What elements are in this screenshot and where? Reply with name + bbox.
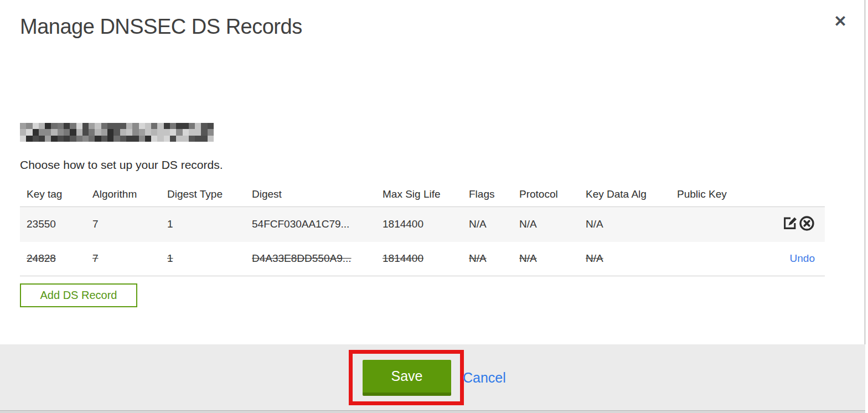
col-digest: Digest bbox=[245, 183, 376, 206]
close-button[interactable]: ✕ bbox=[829, 10, 851, 32]
cell-max-sig-life: 1814400 bbox=[376, 206, 462, 242]
instruction-text: Choose how to set up your DS records. bbox=[20, 158, 223, 172]
row-actions bbox=[755, 206, 825, 242]
cell-public-key bbox=[670, 242, 755, 276]
cell-flags: N/A bbox=[462, 242, 513, 276]
col-algorithm: Algorithm bbox=[86, 183, 161, 206]
row-actions: Undo bbox=[755, 242, 825, 276]
redacted-domain bbox=[20, 123, 214, 142]
delete-record-button[interactable] bbox=[799, 215, 815, 231]
edit-record-button[interactable] bbox=[783, 216, 798, 231]
table-row-deleted: 24828 7 1 D4A33E8DD550A9... 1814400 N/A … bbox=[20, 242, 825, 276]
undo-link[interactable]: Undo bbox=[790, 252, 815, 264]
cell-flags: N/A bbox=[462, 206, 513, 242]
manage-dnssec-dialog: Manage DNSSEC DS Records ✕ Choose how to… bbox=[0, 0, 865, 410]
col-actions bbox=[755, 183, 825, 206]
save-button[interactable]: Save bbox=[363, 360, 451, 396]
cell-key-tag: 23550 bbox=[20, 206, 86, 242]
cell-key-data-alg: N/A bbox=[579, 206, 670, 242]
cell-max-sig-life: 1814400 bbox=[376, 242, 462, 276]
col-public-key: Public Key bbox=[670, 183, 755, 206]
table-header-row: Key tag Algorithm Digest Type Digest Max… bbox=[20, 183, 825, 206]
edit-icon bbox=[783, 216, 798, 231]
cell-key-tag: 24828 bbox=[20, 242, 86, 276]
cell-protocol: N/A bbox=[513, 242, 579, 276]
col-flags: Flags bbox=[462, 183, 513, 206]
cell-algorithm: 7 bbox=[86, 242, 161, 276]
cell-protocol: N/A bbox=[513, 206, 579, 242]
col-max-sig-life: Max Sig Life bbox=[376, 183, 462, 206]
page-title: Manage DNSSEC DS Records bbox=[20, 15, 302, 39]
col-key-data-alg: Key Data Alg bbox=[579, 183, 670, 206]
cell-digest-type: 1 bbox=[161, 206, 245, 242]
cell-public-key bbox=[670, 206, 755, 242]
cell-key-data-alg: N/A bbox=[579, 242, 670, 276]
table-row: 23550 7 1 54FCF030AA1C79... 1814400 N/A … bbox=[20, 206, 825, 242]
cell-algorithm: 7 bbox=[86, 206, 161, 242]
close-icon: ✕ bbox=[834, 12, 846, 30]
ds-records-table: Key tag Algorithm Digest Type Digest Max… bbox=[20, 183, 825, 276]
dialog-footer: Save Cancel bbox=[0, 344, 865, 410]
add-ds-record-button[interactable]: Add DS Record bbox=[20, 283, 137, 307]
col-protocol: Protocol bbox=[513, 183, 579, 206]
delete-circle-x-icon bbox=[799, 215, 815, 231]
col-digest-type: Digest Type bbox=[161, 183, 245, 206]
cell-digest: 54FCF030AA1C79... bbox=[245, 206, 376, 242]
cell-digest: D4A33E8DD550A9... bbox=[245, 242, 376, 276]
cell-digest-type: 1 bbox=[161, 242, 245, 276]
col-key-tag: Key tag bbox=[20, 183, 86, 206]
page-edge bbox=[0, 410, 865, 413]
cancel-link[interactable]: Cancel bbox=[463, 370, 506, 386]
